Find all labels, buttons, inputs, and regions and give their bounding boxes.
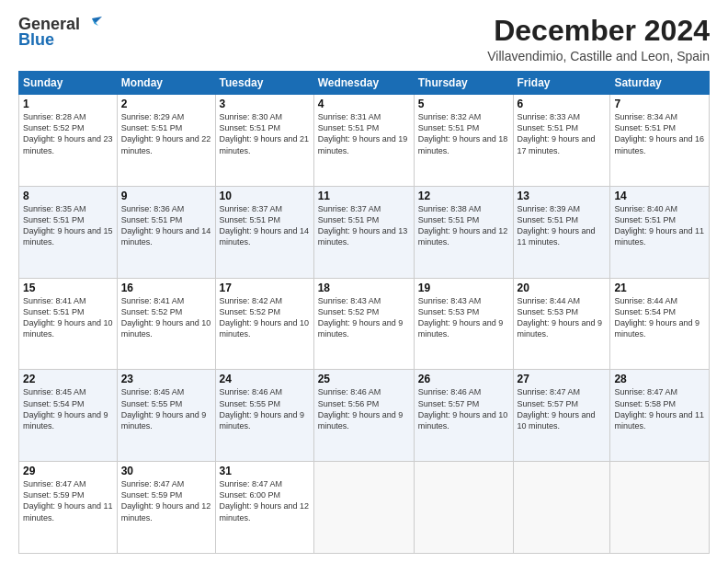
table-row: 30Sunrise: 8:47 AMSunset: 5:59 PMDayligh…: [117, 462, 215, 554]
day-number: 7: [614, 98, 705, 110]
day-info: Sunrise: 8:43 AMSunset: 5:52 PMDaylight:…: [318, 296, 404, 339]
table-row: 29Sunrise: 8:47 AMSunset: 5:59 PMDayligh…: [19, 462, 118, 554]
day-number: 8: [23, 190, 113, 202]
day-info: Sunrise: 8:29 AMSunset: 5:51 PMDaylight:…: [121, 112, 211, 155]
day-info: Sunrise: 8:36 AMSunset: 5:51 PMDaylight:…: [121, 204, 211, 247]
day-info: Sunrise: 8:46 AMSunset: 5:57 PMDaylight:…: [418, 387, 508, 430]
day-number: 26: [418, 373, 509, 385]
table-row: [610, 462, 710, 554]
page: General Blue December 2024 Villavendimio…: [0, 0, 728, 563]
day-number: 15: [23, 282, 113, 294]
location-subtitle: Villavendimio, Castille and Leon, Spain: [487, 49, 710, 63]
table-row: 1Sunrise: 8:28 AMSunset: 5:52 PMDaylight…: [19, 95, 118, 187]
table-row: 19Sunrise: 8:43 AMSunset: 5:53 PMDayligh…: [414, 278, 513, 370]
day-number: 25: [318, 373, 410, 385]
day-info: Sunrise: 8:45 AMSunset: 5:54 PMDaylight:…: [23, 387, 108, 430]
calendar-week-row: 8Sunrise: 8:35 AMSunset: 5:51 PMDaylight…: [19, 186, 710, 278]
logo: General Blue: [18, 15, 102, 50]
day-info: Sunrise: 8:47 AMSunset: 5:59 PMDaylight:…: [121, 479, 211, 522]
day-info: Sunrise: 8:41 AMSunset: 5:52 PMDaylight:…: [121, 296, 211, 339]
day-info: Sunrise: 8:33 AMSunset: 5:51 PMDaylight:…: [518, 112, 596, 155]
day-info: Sunrise: 8:42 AMSunset: 5:52 PMDaylight:…: [220, 296, 310, 339]
table-row: [513, 462, 610, 554]
table-row: 16Sunrise: 8:41 AMSunset: 5:52 PMDayligh…: [117, 278, 215, 370]
day-number: 29: [23, 465, 113, 477]
day-number: 22: [23, 373, 113, 385]
logo-blue: Blue: [18, 30, 54, 50]
table-row: 23Sunrise: 8:45 AMSunset: 5:55 PMDayligh…: [117, 370, 215, 462]
day-number: 31: [220, 465, 310, 477]
table-row: 31Sunrise: 8:47 AMSunset: 6:00 PMDayligh…: [215, 462, 313, 554]
day-info: Sunrise: 8:41 AMSunset: 5:51 PMDaylight:…: [23, 296, 113, 339]
title-block: December 2024 Villavendimio, Castille an…: [487, 15, 710, 63]
calendar-week-row: 15Sunrise: 8:41 AMSunset: 5:51 PMDayligh…: [19, 278, 710, 370]
day-info: Sunrise: 8:43 AMSunset: 5:53 PMDaylight:…: [418, 296, 504, 339]
day-number: 3: [220, 98, 310, 110]
day-number: 17: [220, 282, 310, 294]
col-friday: Friday: [513, 72, 610, 95]
day-info: Sunrise: 8:28 AMSunset: 5:52 PMDaylight:…: [23, 112, 113, 155]
day-info: Sunrise: 8:47 AMSunset: 5:59 PMDaylight:…: [23, 479, 113, 522]
day-number: 12: [418, 190, 509, 202]
table-row: 13Sunrise: 8:39 AMSunset: 5:51 PMDayligh…: [513, 186, 610, 278]
day-number: 1: [23, 98, 113, 110]
day-number: 30: [121, 465, 211, 477]
calendar-week-row: 29Sunrise: 8:47 AMSunset: 5:59 PMDayligh…: [19, 462, 710, 554]
table-row: 12Sunrise: 8:38 AMSunset: 5:51 PMDayligh…: [414, 186, 513, 278]
col-wednesday: Wednesday: [313, 72, 414, 95]
day-info: Sunrise: 8:38 AMSunset: 5:51 PMDaylight:…: [418, 204, 508, 247]
day-info: Sunrise: 8:31 AMSunset: 5:51 PMDaylight:…: [318, 112, 408, 155]
table-row: 5Sunrise: 8:32 AMSunset: 5:51 PMDaylight…: [414, 95, 513, 187]
col-thursday: Thursday: [414, 72, 513, 95]
table-row: 6Sunrise: 8:33 AMSunset: 5:51 PMDaylight…: [513, 95, 610, 187]
day-number: 21: [614, 282, 705, 294]
day-info: Sunrise: 8:37 AMSunset: 5:51 PMDaylight:…: [220, 204, 310, 247]
day-number: 24: [220, 373, 310, 385]
day-number: 28: [614, 373, 705, 385]
col-monday: Monday: [117, 72, 215, 95]
table-row: 11Sunrise: 8:37 AMSunset: 5:51 PMDayligh…: [313, 186, 414, 278]
day-number: 13: [518, 190, 607, 202]
calendar-table: Sunday Monday Tuesday Wednesday Thursday…: [18, 71, 710, 554]
table-row: [414, 462, 513, 554]
table-row: 2Sunrise: 8:29 AMSunset: 5:51 PMDaylight…: [117, 95, 215, 187]
day-number: 4: [318, 98, 410, 110]
calendar-week-row: 1Sunrise: 8:28 AMSunset: 5:52 PMDaylight…: [19, 95, 710, 187]
table-row: 21Sunrise: 8:44 AMSunset: 5:54 PMDayligh…: [610, 278, 710, 370]
table-row: 27Sunrise: 8:47 AMSunset: 5:57 PMDayligh…: [513, 370, 610, 462]
day-number: 10: [220, 190, 310, 202]
calendar-header-row: Sunday Monday Tuesday Wednesday Thursday…: [19, 72, 710, 95]
col-tuesday: Tuesday: [215, 72, 313, 95]
day-info: Sunrise: 8:34 AMSunset: 5:51 PMDaylight:…: [614, 112, 704, 155]
day-info: Sunrise: 8:47 AMSunset: 5:58 PMDaylight:…: [614, 387, 704, 430]
header: General Blue December 2024 Villavendimio…: [18, 15, 710, 63]
calendar-week-row: 22Sunrise: 8:45 AMSunset: 5:54 PMDayligh…: [19, 370, 710, 462]
day-info: Sunrise: 8:47 AMSunset: 5:57 PMDaylight:…: [518, 387, 596, 430]
day-number: 6: [518, 98, 607, 110]
day-info: Sunrise: 8:45 AMSunset: 5:55 PMDaylight:…: [121, 387, 207, 430]
day-number: 11: [318, 190, 410, 202]
table-row: 25Sunrise: 8:46 AMSunset: 5:56 PMDayligh…: [313, 370, 414, 462]
day-number: 27: [518, 373, 607, 385]
table-row: 22Sunrise: 8:45 AMSunset: 5:54 PMDayligh…: [19, 370, 118, 462]
day-info: Sunrise: 8:44 AMSunset: 5:53 PMDaylight:…: [518, 296, 603, 339]
table-row: 4Sunrise: 8:31 AMSunset: 5:51 PMDaylight…: [313, 95, 414, 187]
table-row: 8Sunrise: 8:35 AMSunset: 5:51 PMDaylight…: [19, 186, 118, 278]
day-number: 19: [418, 282, 509, 294]
logo-bird-icon: [82, 17, 102, 31]
month-title: December 2024: [487, 15, 710, 47]
day-info: Sunrise: 8:35 AMSunset: 5:51 PMDaylight:…: [23, 204, 113, 247]
table-row: 10Sunrise: 8:37 AMSunset: 5:51 PMDayligh…: [215, 186, 313, 278]
day-number: 2: [121, 98, 211, 110]
day-number: 23: [121, 373, 211, 385]
table-row: 24Sunrise: 8:46 AMSunset: 5:55 PMDayligh…: [215, 370, 313, 462]
day-info: Sunrise: 8:32 AMSunset: 5:51 PMDaylight:…: [418, 112, 508, 155]
day-info: Sunrise: 8:40 AMSunset: 5:51 PMDaylight:…: [614, 204, 704, 247]
day-number: 14: [614, 190, 705, 202]
table-row: 9Sunrise: 8:36 AMSunset: 5:51 PMDaylight…: [117, 186, 215, 278]
table-row: 28Sunrise: 8:47 AMSunset: 5:58 PMDayligh…: [610, 370, 710, 462]
day-info: Sunrise: 8:46 AMSunset: 5:56 PMDaylight:…: [318, 387, 404, 430]
table-row: 14Sunrise: 8:40 AMSunset: 5:51 PMDayligh…: [610, 186, 710, 278]
day-number: 18: [318, 282, 410, 294]
col-sunday: Sunday: [19, 72, 118, 95]
